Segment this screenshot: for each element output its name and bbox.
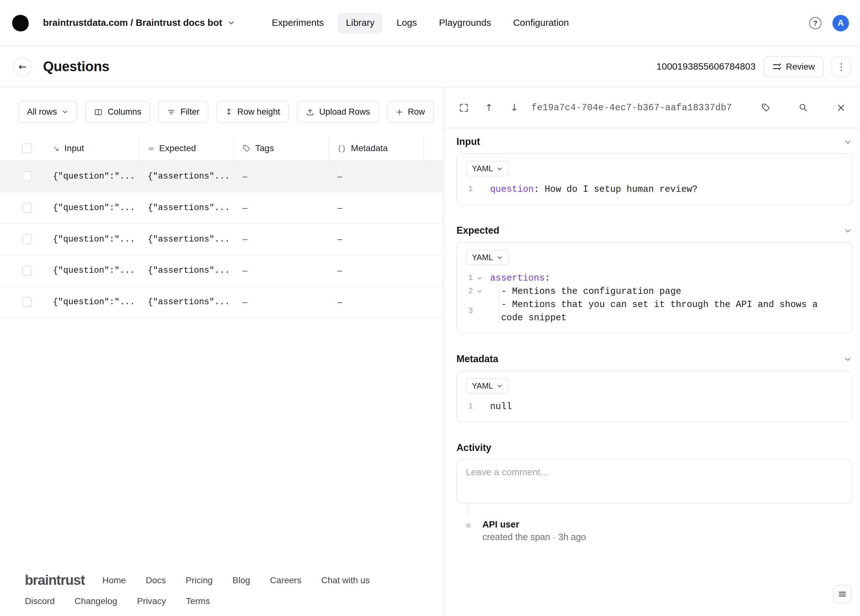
table-row[interactable]: {"question":"... {"assertions"... – – [0, 255, 443, 287]
avatar[interactable]: A [833, 14, 849, 31]
cell-expected: {"assertions"... [140, 203, 234, 213]
footer-link-privacy[interactable]: Privacy [137, 596, 166, 607]
activity-event: API user created the span · 3h ago [457, 519, 853, 542]
row-checkbox[interactable] [22, 234, 32, 245]
yaml-label: YAML [472, 381, 493, 390]
main-split: All rows Columns Filter ↕ Row height [0, 87, 860, 616]
add-row-label: Row [408, 107, 425, 117]
filter-button[interactable]: Filter [159, 101, 208, 123]
event-description: created the span · 3h ago [482, 532, 586, 542]
yaml-key: assertions [490, 273, 545, 283]
expected-section-header: Expected [457, 225, 852, 237]
code-line: 3 - Mentions that you can set it through… [466, 298, 844, 325]
nav-logs[interactable]: Logs [388, 12, 425, 33]
kebab-menu-button[interactable]: ⋮ [831, 56, 851, 76]
expand-icon[interactable] [457, 100, 471, 115]
row-checkbox[interactable] [22, 266, 32, 276]
header-checkbox-cell [18, 136, 45, 160]
chevron-down-icon [228, 19, 235, 27]
footer-link-blog[interactable]: Blog [232, 575, 250, 585]
select-all-checkbox[interactable] [22, 143, 32, 154]
metadata-code-block: YAML 1 null [457, 370, 853, 422]
yaml-format-select[interactable]: YAML [466, 378, 509, 393]
footer-link-chat[interactable]: Chat with us [321, 575, 370, 585]
row-height-button[interactable]: ↕ Row height [217, 101, 289, 123]
search-icon[interactable] [796, 100, 811, 115]
app-root: braintrustdata.com / Braintrust docs bot… [0, 0, 860, 616]
table-row[interactable]: {"question":"... {"assertions"... – – [0, 161, 443, 193]
collapse-chevron-icon[interactable] [844, 354, 852, 364]
activity-timeline: API user created the span · 3h ago [457, 504, 853, 542]
yaml-label: YAML [472, 165, 493, 173]
line-number: 2 [467, 285, 473, 298]
add-row-button[interactable]: + Row [387, 101, 434, 123]
row-checkbox[interactable] [22, 203, 32, 213]
chevron-down-icon [497, 254, 503, 260]
prev-row-arrow-up-icon[interactable]: ↑ [482, 100, 496, 115]
footer-link-careers[interactable]: Careers [270, 575, 301, 585]
next-row-arrow-down-icon[interactable]: ↓ [507, 100, 522, 115]
row-height-label: Row height [237, 107, 280, 117]
all-rows-dropdown[interactable]: All rows [18, 101, 77, 123]
footer-link-discord[interactable]: Discord [25, 596, 55, 607]
chevron-down-icon [497, 382, 503, 389]
nav-configuration[interactable]: Configuration [505, 12, 577, 33]
nav-right: ? A [809, 14, 849, 31]
page-title: Questions [43, 59, 110, 75]
yaml-list-item: - Mentions that you can set it through t… [490, 298, 818, 325]
filter-icon [167, 108, 176, 116]
collapse-chevron-icon[interactable] [844, 226, 852, 235]
line-number: 3 [467, 305, 473, 318]
table-row[interactable]: {"question":"... {"assertions"... – – [0, 193, 443, 224]
plus-icon: + [396, 107, 403, 117]
cell-tags: – [234, 266, 329, 276]
upload-rows-button[interactable]: Upload Rows [297, 101, 379, 123]
column-header-metadata[interactable]: {} Metadata [329, 136, 424, 160]
detail-body: Input YAML 1 question: How do I setup hu… [444, 129, 860, 616]
span-id: fe19a7c4-704e-4ec7-b367-aafa18337db7 [532, 102, 732, 113]
yaml-value: null [490, 400, 512, 414]
footer-link-pricing[interactable]: Pricing [185, 575, 213, 585]
panel-menu-button[interactable] [833, 585, 852, 604]
code-line: 1 question: How do I setup human review? [466, 183, 844, 196]
tag-icon [243, 144, 250, 152]
row-checkbox[interactable] [22, 171, 32, 182]
table-row[interactable]: {"question":"... {"assertions"... – – [0, 287, 443, 318]
cell-input: {"question":"... [45, 297, 140, 307]
timeline-dot-icon [466, 523, 471, 528]
yaml-format-select[interactable]: YAML [466, 161, 509, 176]
footer-link-changelog[interactable]: Changelog [75, 596, 117, 607]
code-line: 1 assertions: [466, 272, 844, 285]
nav-library[interactable]: Library [338, 12, 383, 33]
footer-link-docs[interactable]: Docs [146, 575, 166, 585]
braintrust-logo-icon[interactable] [12, 14, 29, 31]
cell-tags: – [234, 171, 329, 182]
detail-toolbar: ↑ ↓ fe19a7c4-704e-4ec7-b367-aafa18337db7 [444, 87, 860, 129]
columns-label: Columns [108, 107, 141, 117]
comment-input[interactable] [457, 459, 853, 504]
columns-button[interactable]: Columns [86, 101, 150, 123]
nav-playgrounds[interactable]: Playgrounds [431, 12, 499, 33]
help-icon[interactable]: ? [809, 17, 822, 29]
review-checklist-icon [772, 62, 781, 71]
table-row[interactable]: {"question":"... {"assertions"... – – [0, 224, 443, 255]
fold-chevron-icon[interactable] [477, 289, 483, 295]
footer-link-terms[interactable]: Terms [186, 596, 210, 607]
yaml-value: : [545, 273, 550, 283]
collapse-chevron-icon[interactable] [844, 138, 852, 146]
tag-icon[interactable] [758, 100, 773, 115]
fold-chevron-icon[interactable] [477, 276, 483, 281]
upload-icon [306, 108, 314, 116]
column-header-expected[interactable]: = Expected [140, 136, 234, 160]
footer-link-home[interactable]: Home [102, 575, 126, 585]
column-header-tags[interactable]: Tags [234, 136, 329, 160]
back-button[interactable]: ← [13, 57, 32, 76]
row-checkbox[interactable] [22, 297, 32, 307]
code-line: 2 - Mentions the configuration page [466, 285, 844, 298]
breadcrumb[interactable]: braintrustdata.com / Braintrust docs bot [43, 17, 235, 28]
column-header-input[interactable]: ↘ Input [45, 136, 140, 160]
nav-experiments[interactable]: Experiments [264, 12, 332, 33]
review-button[interactable]: Review [763, 56, 824, 77]
yaml-format-select[interactable]: YAML [466, 250, 509, 265]
close-icon[interactable] [833, 100, 848, 115]
